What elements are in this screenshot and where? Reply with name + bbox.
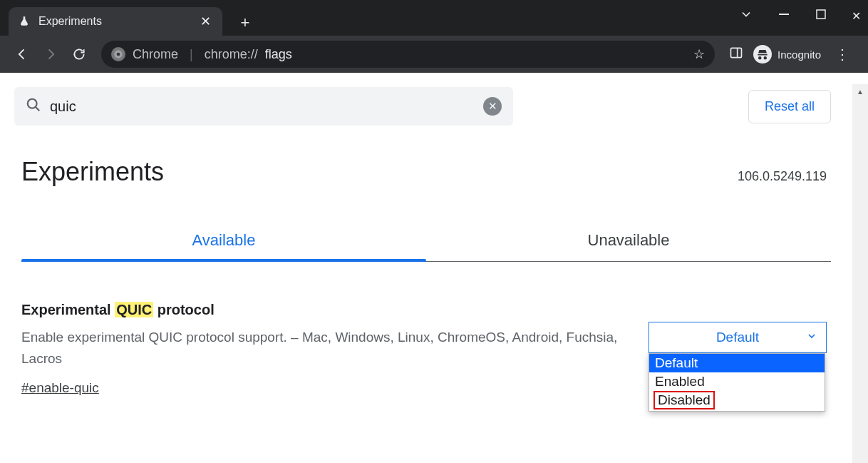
flag-control: Default Default Enabled Disabled — [649, 302, 827, 396]
toolbar-right: Incognito ⋮ — [725, 45, 858, 63]
back-button[interactable] — [10, 42, 34, 66]
svg-point-3 — [117, 53, 120, 56]
tab-unavailable[interactable]: Unavailable — [426, 221, 831, 261]
url-host: chrome:// — [205, 47, 258, 62]
kebab-menu-icon[interactable]: ⋮ — [831, 46, 854, 63]
svg-rect-4 — [731, 48, 742, 57]
version-text: 106.0.5249.119 — [738, 169, 827, 184]
flag-title: Experimental QUIC protocol — [21, 302, 627, 318]
svg-point-6 — [28, 99, 37, 108]
url-scheme-label: Chrome — [133, 47, 178, 62]
flag-option-enabled[interactable]: Enabled — [649, 372, 825, 391]
flag-select-value: Default — [716, 330, 759, 345]
vertical-scrollbar[interactable]: ▲ — [852, 84, 868, 463]
window-controls: ✕ — [739, 0, 861, 31]
address-bar[interactable]: Chrome | chrome://flags ☆ — [101, 41, 715, 68]
chevron-down-icon — [806, 330, 817, 345]
reload-button[interactable] — [67, 42, 91, 66]
incognito-badge[interactable]: Incognito — [753, 45, 821, 63]
browser-chrome-frame: Experiments ✕ + ✕ — [0, 0, 868, 73]
flags-topbar: ✕ Reset all — [0, 73, 852, 126]
flag-description: Enable experimental QUIC protocol suppor… — [21, 327, 627, 370]
new-tab-button[interactable]: + — [232, 10, 258, 36]
flag-anchor-link[interactable]: #enable-quic — [21, 380, 99, 396]
search-field[interactable]: ✕ — [14, 87, 513, 126]
flag-dropdown: Default Enabled Disabled — [649, 353, 825, 412]
browser-toolbar: Chrome | chrome://flags ☆ Incognito ⋮ — [0, 36, 868, 73]
window-close-button[interactable]: ✕ — [852, 9, 861, 23]
url-separator: | — [190, 47, 193, 62]
flag-title-pre: Experimental — [21, 302, 115, 317]
flag-row: Experimental QUIC protocol Enable experi… — [0, 262, 852, 396]
flags-page: ✕ Reset all Experiments 106.0.5249.119 A… — [0, 73, 852, 452]
side-panel-icon[interactable] — [729, 46, 743, 63]
url-path: flags — [265, 47, 292, 62]
flag-title-post: protocol — [153, 302, 215, 317]
flag-title-highlight: QUIC — [115, 302, 153, 317]
svg-rect-0 — [779, 14, 789, 15]
tab-bar: Available Unavailable — [21, 221, 831, 262]
search-icon — [26, 97, 41, 116]
tab-strip: Experiments ✕ + ✕ — [0, 0, 868, 36]
tab-available[interactable]: Available — [21, 221, 426, 261]
page-title: Experiments — [21, 157, 164, 187]
flask-icon — [19, 16, 30, 27]
search-input[interactable] — [50, 98, 475, 115]
close-icon[interactable]: ✕ — [198, 15, 212, 28]
bookmark-star-icon[interactable]: ☆ — [693, 46, 705, 62]
flag-select[interactable]: Default — [649, 322, 827, 353]
incognito-icon — [753, 45, 772, 63]
flag-option-default[interactable]: Default — [649, 354, 825, 372]
svg-rect-1 — [817, 10, 825, 19]
flag-text-block: Experimental QUIC protocol Enable experi… — [21, 302, 627, 396]
forward-button[interactable] — [38, 42, 63, 66]
tab-title: Experiments — [38, 15, 190, 28]
scrollbar-up-icon[interactable]: ▲ — [852, 84, 868, 98]
maximize-button[interactable] — [816, 9, 826, 22]
flag-option-disabled[interactable]: Disabled — [653, 391, 715, 409]
minimize-button[interactable] — [779, 9, 790, 23]
incognito-label: Incognito — [777, 49, 821, 61]
browser-tab-active[interactable]: Experiments ✕ — [9, 7, 222, 36]
svg-line-7 — [36, 107, 40, 111]
reset-all-button[interactable]: Reset all — [748, 90, 831, 123]
headline-row: Experiments 106.0.5249.119 — [0, 126, 852, 187]
chrome-icon — [111, 47, 125, 61]
chevron-down-icon[interactable] — [739, 7, 753, 24]
clear-search-icon[interactable]: ✕ — [483, 97, 502, 116]
